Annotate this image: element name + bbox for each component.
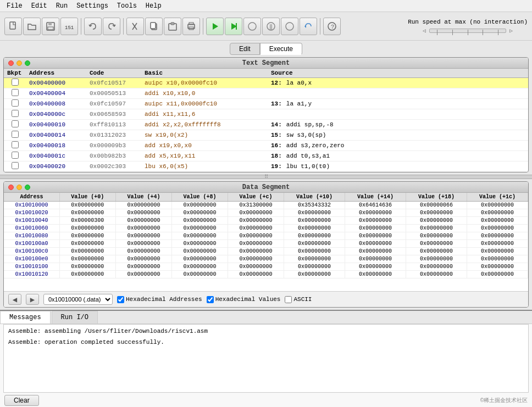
bkpt-checkbox[interactable] (12, 79, 19, 86)
table-row: 0x100100000x000000000x000000000x00000000… (4, 202, 528, 209)
bkpt-cell[interactable] (4, 172, 26, 172)
basic-cell: auipc x10,0x0000fc10 (141, 78, 268, 88)
close-button[interactable] (8, 60, 14, 66)
bkpt-cell[interactable] (4, 130, 26, 141)
svg-rect-10 (171, 23, 174, 25)
bkpt-checkbox[interactable] (12, 99, 19, 107)
data-val-cell: 0x00000000 (345, 225, 406, 232)
run-button[interactable] (225, 18, 242, 35)
data-col-v1c: Value (+1c) (467, 193, 528, 202)
data-val-cell: 0x00000000 (284, 240, 345, 248)
data-val-cell: 0x00000000 (345, 240, 406, 248)
bkpt-checkbox[interactable] (12, 141, 19, 148)
col-code: Code (86, 69, 141, 78)
new-button[interactable] (4, 18, 22, 35)
table-row: 0x004000080x0fc10597auipc x11,0x0000fc10… (4, 99, 528, 109)
data-segment-title: Data Segment (242, 183, 290, 191)
bkpt-checkbox[interactable] (12, 162, 19, 169)
bkpt-cell[interactable] (4, 99, 26, 109)
bkpt-cell[interactable] (4, 161, 26, 172)
assemble-button[interactable] (206, 18, 224, 35)
tab-execute[interactable]: Execute (260, 43, 302, 55)
data-val-cell: 0x00000000 (345, 248, 406, 255)
resize-handle[interactable]: ⠿ (0, 175, 532, 179)
data-val-cell: 0x00000000 (228, 263, 284, 271)
bkpt-cell[interactable] (4, 141, 26, 151)
data-segment-panel: Data Segment Address Value (+0) Value (+… (3, 181, 529, 308)
data-minimize-button[interactable] (16, 185, 22, 190)
text-segment-scroll[interactable]: Bkpt Address Code Basic Source 0x0040000… (4, 69, 528, 172)
dump-button[interactable]: 151 (60, 18, 78, 35)
open-button[interactable] (23, 18, 41, 35)
data-val-cell: 0x00000000 (345, 271, 406, 278)
hex-addr-checkbox[interactable] (117, 296, 124, 303)
menu-run[interactable]: Run (52, 1, 73, 11)
bkpt-checkbox[interactable] (12, 131, 19, 138)
data-val-cell: 0x00000000 (171, 225, 228, 232)
tab-messages[interactable]: Messages (0, 311, 51, 324)
menu-settings[interactable]: Settings (72, 1, 113, 11)
stop-button[interactable] (281, 18, 298, 35)
paste-button[interactable] (164, 18, 181, 35)
ascii-label[interactable]: ASCII (285, 296, 312, 303)
maximize-button[interactable] (25, 60, 30, 66)
tab-run-io[interactable]: Run I/O (52, 311, 98, 324)
help-button[interactable]: ? (323, 18, 341, 35)
bkpt-checkbox[interactable] (12, 152, 19, 159)
minimize-button[interactable] (16, 60, 22, 66)
addr-select[interactable]: 0x10010000 (.data) (43, 294, 113, 305)
bkpt-cell[interactable] (4, 78, 26, 88)
hex-val-checkbox[interactable] (207, 296, 214, 303)
data-close-button[interactable] (8, 185, 14, 190)
data-col-vc: Value (+c) (228, 193, 284, 202)
data-val-cell: 0x00000066 (406, 202, 467, 209)
data-addr-cell: 0x10010020 (4, 209, 59, 217)
addr-cell: 0x00400010 (26, 120, 86, 130)
pause-button[interactable]: ‖ (262, 18, 280, 35)
menu-edit[interactable]: Edit (27, 1, 52, 11)
speed-slider[interactable]: ◁ ▷ (423, 27, 513, 34)
bkpt-cell[interactable] (4, 109, 26, 120)
hex-addr-label[interactable]: Hexadecimal Addresses (117, 296, 202, 303)
data-prev-button[interactable]: ◀ (8, 294, 21, 305)
table-row: 0x100100400x000003000x000000000x00000000… (4, 217, 528, 225)
table-row: 0x004000200x0002c303lbu x6,0(x5)19:lbu t… (4, 161, 528, 172)
data-segment-scroll[interactable]: Address Value (+0) Value (+4) Value (+8)… (4, 193, 528, 291)
data-val-cell: 0x00000000 (228, 217, 284, 225)
bkpt-cell[interactable] (4, 88, 26, 99)
reset-button[interactable] (300, 18, 317, 35)
bkpt-checkbox[interactable] (12, 110, 19, 117)
hex-val-label[interactable]: Hexadecimal Values (207, 296, 281, 303)
addr-cell: 0x00400020 (26, 161, 86, 172)
data-val-cell: 0x00000300 (59, 217, 115, 225)
data-val-cell: 0x00000000 (284, 232, 345, 240)
table-row: 0x100100800x000000000x000000000x00000000… (4, 232, 528, 240)
menu-tools[interactable]: Tools (113, 1, 141, 11)
table-row: 0x100101200x000000000x000000000x00000000… (4, 271, 528, 278)
message-line-3: Assemble: operation completed successful… (8, 339, 524, 345)
data-segment-table: Address Value (+0) Value (+4) Value (+8)… (4, 193, 528, 278)
data-val-cell: 0x00000000 (171, 263, 228, 271)
cut-button[interactable] (126, 18, 144, 35)
data-next-button[interactable]: ▶ (26, 294, 39, 305)
code-cell: 0x01312023 (86, 130, 141, 141)
clear-button[interactable]: Clear (4, 395, 39, 406)
tab-edit[interactable]: Edit (230, 43, 260, 55)
basic-cell: add x7,x19,x10 (141, 172, 268, 172)
redo-button[interactable] (103, 18, 120, 35)
menu-file[interactable]: File (2, 1, 27, 11)
data-maximize-button[interactable] (25, 185, 30, 190)
bkpt-cell[interactable] (4, 120, 26, 130)
ascii-checkbox[interactable] (285, 296, 292, 303)
source-cell: 20:add t2,s3,a0 (268, 172, 528, 172)
copy-button[interactable] (145, 18, 163, 35)
bkpt-checkbox[interactable] (12, 120, 19, 127)
undo-button[interactable] (84, 18, 102, 35)
toolbar-sep-4 (320, 18, 320, 35)
print-button[interactable] (182, 18, 200, 35)
bkpt-checkbox[interactable] (12, 89, 19, 96)
bkpt-cell[interactable] (4, 151, 26, 161)
menu-help[interactable]: Help (141, 1, 166, 11)
backstep-button[interactable] (243, 18, 261, 35)
save-button[interactable] (42, 18, 59, 35)
